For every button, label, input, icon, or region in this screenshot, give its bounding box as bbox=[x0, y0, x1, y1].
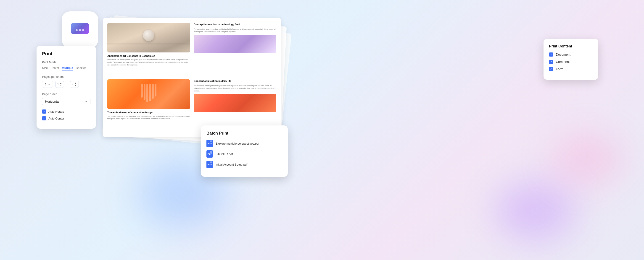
doc-title-2: Concept innovation in technology field bbox=[194, 23, 276, 26]
auto-rotate-check: ✓ bbox=[43, 110, 45, 113]
pc-item-comment: ✓ Comment bbox=[549, 60, 593, 64]
doc-title-3: The embodiment of concept in design bbox=[107, 111, 190, 114]
decorative-blob-pink bbox=[553, 137, 621, 183]
doc-text-3: The embodiment of concept in design The … bbox=[107, 111, 190, 132]
doc-image-3 bbox=[107, 79, 190, 109]
rings-decoration bbox=[107, 43, 190, 52]
img-daily-life bbox=[194, 94, 276, 112]
bp-file-label-2: PDF bbox=[208, 153, 212, 155]
doc-image-1 bbox=[107, 23, 190, 52]
bp-filename-1: Explore multiple perspectives.pdf bbox=[216, 142, 259, 145]
bp-item-2: PDF STONER.pdf bbox=[206, 150, 282, 158]
pc-label-form: Form bbox=[556, 67, 564, 71]
app-icon bbox=[62, 11, 98, 48]
printer-paper-bottom bbox=[74, 35, 86, 39]
bp-file-label-1: PDF bbox=[208, 142, 212, 145]
doc-cell-2: Concept innovation in technology field P… bbox=[194, 23, 276, 76]
decorative-blob-purple bbox=[496, 183, 576, 240]
pc-label-comment: Comment bbox=[556, 60, 570, 64]
doc-body-2: Programming, as an important skill in th… bbox=[194, 28, 276, 33]
pages-x-value: 1 bbox=[57, 83, 59, 86]
bp-file-icon-1: PDF bbox=[206, 140, 213, 147]
tab-booklet[interactable]: Booklet bbox=[76, 66, 86, 70]
x-separator: x bbox=[66, 83, 68, 86]
doc-body-3: The design concept is the dominant idea … bbox=[107, 115, 190, 120]
printer-dots bbox=[76, 29, 84, 31]
bp-item-1: PDF Explore multiple perspectives.pdf bbox=[206, 140, 282, 147]
bp-file-label-3: PDF bbox=[208, 163, 212, 166]
pages-y-down-arrow: ▼ bbox=[75, 84, 77, 86]
batch-print-panel: Batch Print PDF Explore multiple perspec… bbox=[201, 125, 288, 177]
pages-y-arrows: ▲ ▼ bbox=[75, 82, 77, 86]
sphere-decoration bbox=[143, 30, 154, 41]
doc-cell-4: Concept application in daily life Produc… bbox=[194, 79, 276, 132]
print-mode-label: Print Mode bbox=[42, 60, 90, 64]
printer-icon bbox=[70, 20, 90, 39]
page-order-label: Page order bbox=[42, 92, 90, 96]
pc-check-comment: ✓ bbox=[550, 60, 552, 63]
auto-center-check: ✓ bbox=[43, 117, 45, 120]
print-content-panel: Print Content ✓ Document ✓ Comment ✓ For… bbox=[544, 39, 598, 80]
auto-center-label: Auto Center bbox=[48, 117, 64, 120]
pages-per-sheet-row: 4 ▼ 1 ▲ ▼ x 4 ▲ ▼ bbox=[42, 81, 90, 88]
auto-rotate-row: ✓ Auto Rotate bbox=[42, 109, 90, 114]
print-panel-title: Print bbox=[42, 51, 90, 56]
pc-item-document: ✓ Document bbox=[549, 52, 593, 56]
pages-per-sheet-select[interactable]: 4 ▼ bbox=[42, 81, 53, 88]
printer-dot bbox=[82, 29, 84, 31]
pages-x-up-arrow: ▲ bbox=[60, 82, 62, 84]
pc-checkbox-form[interactable]: ✓ bbox=[549, 67, 553, 71]
printer-dot bbox=[76, 29, 78, 31]
doc-body-4: Products can be tangible items (such as … bbox=[194, 84, 276, 92]
batch-print-title: Batch Print bbox=[206, 131, 282, 136]
auto-center-row: ✓ Auto Center bbox=[42, 116, 90, 120]
pc-item-form: ✓ Form bbox=[549, 67, 593, 71]
pages-y-input[interactable]: 4 ▲ ▼ bbox=[70, 81, 78, 88]
doc-title-1: Applications Of Concepts In Economics bbox=[107, 54, 190, 57]
pc-check-form: ✓ bbox=[550, 68, 552, 71]
bp-filename-3: Initial Account Setup.pdf bbox=[216, 163, 247, 166]
doc-cell-1: Applications Of Concepts In Economics In… bbox=[107, 23, 190, 76]
pps-dropdown-arrow: ▼ bbox=[48, 83, 50, 86]
bp-item-3: PDF Initial Account Setup.pdf bbox=[206, 161, 282, 168]
pc-label-document: Document bbox=[556, 53, 570, 56]
print-content-title: Print Content bbox=[549, 44, 593, 48]
document-preview: Applications Of Concepts In Economics In… bbox=[103, 18, 281, 137]
doc-title-4: Concept application in daily life bbox=[194, 79, 276, 83]
pages-per-sheet-label: Pages per sheet bbox=[42, 75, 90, 78]
printer-dot bbox=[79, 29, 81, 31]
pages-x-input[interactable]: 1 ▲ ▼ bbox=[55, 81, 64, 88]
img-economics bbox=[107, 23, 190, 52]
printer-body bbox=[71, 23, 89, 34]
print-mode-tabs: Size Poster Multiple Booklet bbox=[42, 66, 90, 70]
auto-center-checkbox[interactable]: ✓ bbox=[42, 116, 46, 120]
auto-rotate-label: Auto Rotate bbox=[48, 110, 64, 113]
bp-file-icon-3: PDF bbox=[206, 161, 213, 168]
bp-filename-2: STONER.pdf bbox=[216, 152, 233, 156]
img-design bbox=[107, 79, 190, 109]
tab-multiple[interactable]: Multiple bbox=[62, 66, 73, 70]
pages-x-down-arrow: ▼ bbox=[60, 84, 62, 86]
pc-check-document: ✓ bbox=[550, 53, 552, 56]
auto-rotate-checkbox[interactable]: ✓ bbox=[42, 109, 46, 114]
page-order-select[interactable]: Horizontal ▼ bbox=[42, 98, 90, 105]
doc-body-1: Institutions are binding rules designed … bbox=[107, 58, 190, 66]
pc-checkbox-document[interactable]: ✓ bbox=[549, 52, 553, 56]
doc-cell-3: The embodiment of concept in design The … bbox=[107, 79, 190, 132]
print-panel: Print Print Mode Size Poster Multiple Bo… bbox=[36, 46, 96, 129]
pps-value: 4 bbox=[44, 83, 46, 86]
page-order-value: Horizontal bbox=[45, 100, 60, 103]
page-order-arrow: ▼ bbox=[85, 100, 88, 103]
img-technology bbox=[194, 35, 276, 53]
tab-size[interactable]: Size bbox=[42, 66, 48, 70]
pc-checkbox-comment[interactable]: ✓ bbox=[549, 60, 553, 64]
pages-y-value: 4 bbox=[72, 83, 74, 86]
pages-x-arrows: ▲ ▼ bbox=[60, 82, 62, 86]
tab-poster[interactable]: Poster bbox=[50, 66, 59, 70]
doc-text-1: Applications Of Concepts In Economics In… bbox=[107, 54, 190, 76]
design-lines bbox=[141, 84, 156, 102]
pages-y-up-arrow: ▲ bbox=[75, 82, 77, 84]
bp-file-icon-2: PDF bbox=[206, 150, 213, 158]
